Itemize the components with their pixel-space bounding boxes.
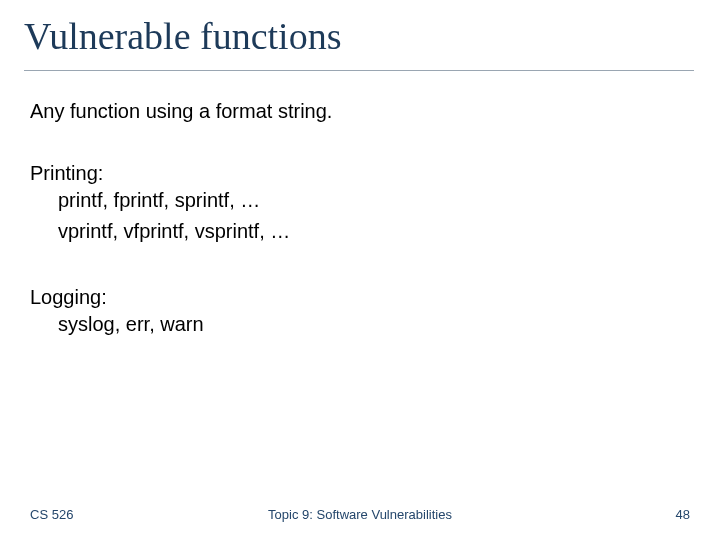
logging-line-1: syslog, err, warn: [30, 309, 720, 340]
intro-text: Any function using a format string.: [30, 99, 720, 123]
slide-title: Vulnerable functions: [0, 0, 720, 58]
slide-body: Any function using a format string. Prin…: [0, 71, 720, 340]
printing-line-2: vprintf, vfprintf, vsprintf, …: [30, 216, 720, 247]
printing-heading: Printing:: [30, 161, 720, 185]
logging-heading: Logging:: [30, 285, 720, 309]
slide: Vulnerable functions Any function using …: [0, 0, 720, 540]
footer-topic: Topic 9: Software Vulnerabilities: [0, 507, 720, 522]
intro-paragraph: Any function using a format string.: [30, 99, 720, 123]
footer-page-number: 48: [676, 507, 690, 522]
logging-section: Logging: syslog, err, warn: [30, 285, 720, 340]
printing-section: Printing: printf, fprintf, sprintf, … vp…: [30, 161, 720, 247]
printing-line-1: printf, fprintf, sprintf, …: [30, 185, 720, 216]
